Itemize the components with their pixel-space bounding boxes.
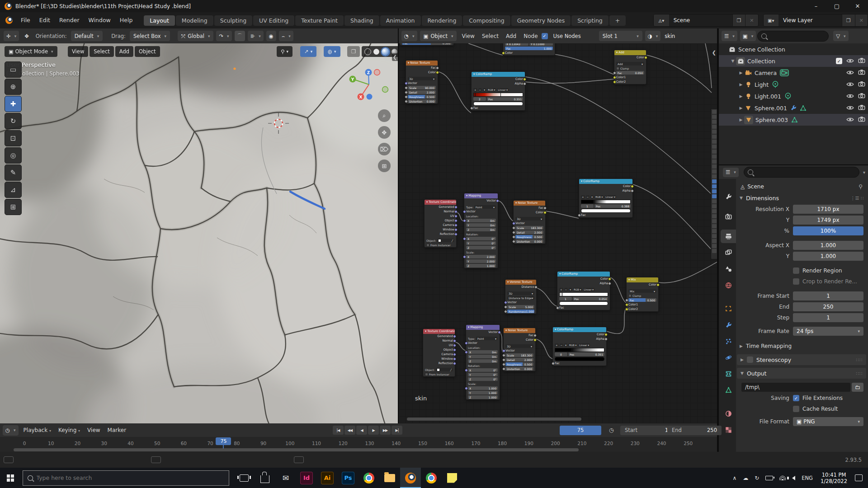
ramp-control[interactable]: ▾ xyxy=(564,343,567,347)
shading-wireframe[interactable] xyxy=(364,48,371,55)
node-value-field[interactable]: Z0m xyxy=(466,228,496,231)
file-format-dropdown[interactable]: ▣ PNG▾ xyxy=(793,417,863,426)
node-mix-partial[interactable]: X 0.13043Y 0.11000Fac1.000Color xyxy=(503,43,555,56)
socket[interactable] xyxy=(534,286,538,289)
node-value-field[interactable]: Detail2.000 xyxy=(505,358,533,361)
taskbar-app-store[interactable] xyxy=(255,468,275,488)
outliner-row-sphere-003[interactable]: ▶Sphere.003 xyxy=(719,114,868,126)
socket[interactable] xyxy=(496,199,499,202)
timeline-menu-view[interactable]: View xyxy=(84,427,104,433)
socket[interactable] xyxy=(625,308,628,311)
properties-tab-particles[interactable] xyxy=(721,334,736,348)
prop-value-resolution-x[interactable]: 1710 px xyxy=(793,205,863,214)
open-folder-button[interactable]: 🗀 xyxy=(852,383,863,392)
gizmo-toggle[interactable]: ↗▾ xyxy=(300,46,316,57)
node-texcoord-2[interactable]: ▾ Texture CoordinateGeneratedNormalUVObj… xyxy=(423,328,455,377)
node-header[interactable]: ▾ Noise Texture xyxy=(514,201,545,206)
checkbox-render-region[interactable] xyxy=(793,267,799,274)
node-voronoi[interactable]: ▾ Voronoi TextureDistance3D▾Distance to … xyxy=(505,279,537,314)
node-value-field[interactable]: X2.000 xyxy=(466,255,496,258)
socket[interactable] xyxy=(604,338,608,341)
node-value-field[interactable]: X0° xyxy=(468,368,498,372)
snap-with-dropdown[interactable]: ⊪▾ xyxy=(248,31,264,41)
prop-value-y[interactable]: 1749 px xyxy=(793,216,863,225)
outliner-item-label[interactable]: Sphere.003 xyxy=(755,117,788,123)
node-value-field[interactable]: X0° xyxy=(466,237,496,240)
socket[interactable] xyxy=(454,206,458,209)
overlays-toggle[interactable]: ◍▾ xyxy=(324,46,340,57)
outliner-search[interactable] xyxy=(757,31,829,42)
hide-eye-icon[interactable] xyxy=(846,58,854,65)
node-header[interactable]: ▾ Noise Texture xyxy=(504,328,535,333)
node-header[interactable]: ▾ ColorRamp xyxy=(553,327,606,332)
socket[interactable] xyxy=(625,299,628,302)
ramp-control[interactable]: RGB ▾ xyxy=(594,195,604,199)
socket[interactable] xyxy=(453,348,456,352)
socket[interactable] xyxy=(512,240,515,243)
playback-next-keyframe[interactable]: ▶▶ xyxy=(380,426,391,435)
expand-arrow[interactable]: ▶ xyxy=(738,106,744,110)
socket[interactable] xyxy=(453,335,456,338)
node-enum[interactable]: 3D▾ xyxy=(505,344,533,348)
hide-eye-icon[interactable] xyxy=(846,70,854,76)
node-enum[interactable]: 3D▾ xyxy=(507,291,534,295)
frame-start-field[interactable]: Start1 xyxy=(620,426,673,435)
socket[interactable] xyxy=(465,387,468,390)
node-value-field[interactable]: X1.000 xyxy=(468,386,498,390)
menu-help[interactable]: Help xyxy=(115,15,137,26)
socket[interactable] xyxy=(454,228,458,231)
outliner-item-label[interactable]: Sphere.001 xyxy=(755,105,787,112)
ramp-index[interactable]: 1 xyxy=(581,204,594,208)
stereoscopy-section[interactable]: ▶ Stereoscopy ∷∷ xyxy=(737,354,866,365)
properties-tab-output[interactable] xyxy=(721,230,736,243)
ramp-control[interactable]: + xyxy=(581,195,585,199)
socket[interactable] xyxy=(463,237,466,240)
node-enum[interactable]: Distance to Edge▾ xyxy=(507,296,534,300)
socket[interactable] xyxy=(504,310,507,313)
outliner-item-label[interactable]: Camera xyxy=(755,70,777,76)
taskbar-clock[interactable]: 10:41 PM 1/28/2022 xyxy=(821,472,847,484)
shading-material[interactable] xyxy=(382,48,389,56)
socket[interactable] xyxy=(453,362,456,365)
magnet-snap-icon[interactable]: ⌒ xyxy=(235,31,245,41)
ramp-control[interactable]: − xyxy=(564,288,568,291)
minimize-button[interactable]: – xyxy=(806,0,826,12)
tab-uv-editing[interactable]: UV Editing xyxy=(253,15,294,26)
node-value-field[interactable]: Distortion0.000 xyxy=(505,367,533,371)
scene-copy-button[interactable]: ❐ xyxy=(732,14,745,26)
timeline-hscrollbar[interactable] xyxy=(14,448,579,451)
playback-play-reverse[interactable]: ◀ xyxy=(356,426,367,435)
tool-scale[interactable]: ⊡ xyxy=(5,130,22,146)
tool-select-box[interactable]: ▭ xyxy=(5,61,22,78)
outliner-item-label[interactable]: Light.001 xyxy=(755,93,781,100)
socket[interactable] xyxy=(405,95,408,99)
properties-tab-tool[interactable] xyxy=(721,190,736,203)
ramp-control[interactable]: + xyxy=(555,343,559,347)
color-ramp-gradient[interactable] xyxy=(559,292,608,296)
current-frame-field[interactable]: 75 xyxy=(560,426,601,435)
node-value-field[interactable]: Detail2.000 xyxy=(408,90,436,94)
ramp-position[interactable]: Pos0.551 xyxy=(487,97,523,101)
cache-result-checkbox[interactable] xyxy=(793,406,799,412)
wifi-icon[interactable] xyxy=(779,476,786,480)
node-value-field[interactable]: Y0m xyxy=(466,223,496,227)
ramp-control[interactable]: ▾ xyxy=(590,195,594,199)
timeline-playhead[interactable]: 75 xyxy=(216,437,231,445)
node-enum[interactable]: Add▾ xyxy=(616,62,644,66)
active-tool-icon-dropdown[interactable]: ✛▾ xyxy=(4,31,19,41)
tab-animation[interactable]: Animation xyxy=(380,15,421,26)
properties-tab-texture[interactable] xyxy=(721,423,736,436)
use-nodes-checkbox[interactable]: ✓ xyxy=(542,33,548,39)
view-layer-copy-button[interactable]: ❐ xyxy=(842,14,855,26)
socket[interactable] xyxy=(454,219,458,222)
outliner-display-mode-dropdown[interactable]: ☰▾ xyxy=(722,31,737,41)
socket[interactable] xyxy=(613,80,616,84)
node-value-field[interactable]: Scale183.300 xyxy=(515,226,543,230)
properties-tab-object[interactable] xyxy=(721,302,736,315)
node-header[interactable]: ▾ Mapping xyxy=(464,193,498,198)
node-value-field[interactable]: Y0° xyxy=(468,373,498,376)
socket[interactable] xyxy=(631,189,634,192)
node-value-field[interactable]: Y2.000 xyxy=(466,259,496,263)
ramp-control[interactable]: Linear ▾ xyxy=(604,195,616,199)
checkbox-crop-to-render-re-[interactable] xyxy=(793,278,799,285)
